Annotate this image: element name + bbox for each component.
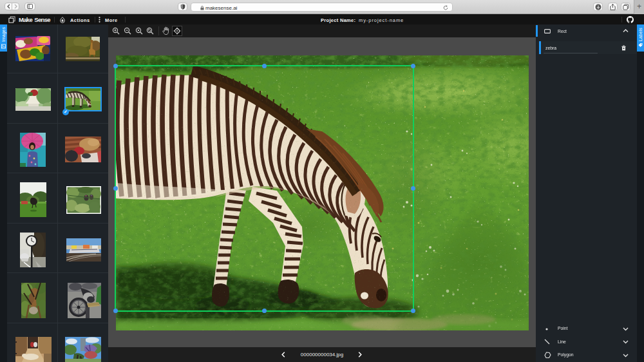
svg-text:Labels: Labels — [638, 28, 643, 41]
svg-text:Images: Images — [1, 27, 6, 42]
